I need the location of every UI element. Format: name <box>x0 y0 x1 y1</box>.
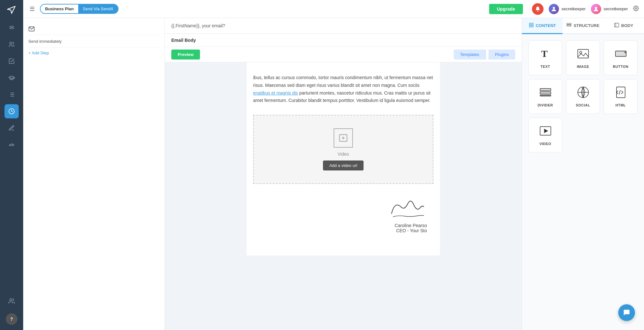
block-social[interactable]: SOCIAL <box>566 79 600 114</box>
send-via-button[interactable]: Send Via SendX <box>78 5 118 13</box>
content-tab-icon <box>529 23 534 29</box>
send-immediately-label: Send immediately <box>28 39 62 44</box>
svg-rect-37 <box>616 87 625 97</box>
divider-block-icon <box>539 86 552 100</box>
notification-icon[interactable] <box>532 3 544 15</box>
signature-script <box>388 194 427 223</box>
svg-rect-19 <box>529 25 531 27</box>
subject-bar <box>165 18 522 34</box>
email-canvas: ibus, tellus ac cursus commodo, tortor m… <box>165 62 522 330</box>
header-right: secretkeeper secretkeeper <box>532 3 639 15</box>
tab-body-label: BODY <box>621 23 633 28</box>
svg-rect-23 <box>614 23 619 27</box>
settings-icon[interactable] <box>633 5 639 13</box>
sidebar-item-campaigns[interactable] <box>5 71 19 85</box>
svg-point-27 <box>580 51 582 54</box>
video-block[interactable]: Video Add a video url <box>253 115 433 184</box>
block-text[interactable]: T TEXT <box>528 41 562 75</box>
tab-content[interactable]: CONTENT <box>522 18 563 34</box>
tab-body[interactable]: BODY <box>603 18 644 34</box>
sidebar: ✉ a/b ? <box>0 0 23 330</box>
left-panel: Send immediately + Add Step <box>23 18 165 330</box>
preview-button[interactable]: Preview <box>171 50 200 60</box>
user-item-2[interactable]: secretkeeper <box>591 4 628 14</box>
block-divider[interactable]: DIVIDER <box>528 79 562 114</box>
button-block-label: BUTTON <box>613 65 629 69</box>
right-panel: CONTENT STRUCTURE BODY <box>522 18 644 330</box>
plugins-button[interactable]: Plugins <box>488 50 515 60</box>
social-block-icon <box>577 86 590 100</box>
video-icon <box>334 128 353 148</box>
block-video[interactable]: VIDEO <box>528 118 562 152</box>
text-block-icon: T <box>539 47 552 61</box>
logo[interactable] <box>6 4 17 15</box>
signature-name: Caroline Pearso <box>395 223 427 228</box>
tab-structure-label: STRUCTURE <box>573 23 599 28</box>
panel-tabs: CONTENT STRUCTURE BODY <box>522 18 644 34</box>
sidebar-item-contacts[interactable] <box>5 37 19 51</box>
divider-block-label: DIVIDER <box>537 103 553 107</box>
sidebar-item-team[interactable] <box>5 294 19 308</box>
svg-rect-17 <box>529 23 531 25</box>
svg-rect-20 <box>532 25 533 27</box>
social-block-label: SOCIAL <box>576 103 590 107</box>
svg-rect-26 <box>578 50 588 58</box>
user-item-1[interactable]: secretkeeper <box>549 4 586 14</box>
add-step-button[interactable]: + Add Step <box>28 48 49 58</box>
sidebar-item-ab-testing[interactable]: a/b <box>5 138 19 152</box>
top-header: ☰ Business Plan Send Via SendX Upgrade s… <box>23 0 644 18</box>
sidebar-item-dashboard[interactable]: ✉ <box>5 21 19 35</box>
svg-marker-16 <box>343 137 345 140</box>
svg-line-38 <box>619 90 620 94</box>
svg-rect-32 <box>540 92 551 94</box>
sidebar-item-design[interactable] <box>5 121 19 135</box>
block-button[interactable]: BUTTON <box>604 41 638 75</box>
svg-rect-22 <box>567 25 571 26</box>
signature-svg <box>388 194 427 220</box>
svg-point-7 <box>10 299 12 301</box>
subject-input[interactable] <box>165 18 522 33</box>
block-html[interactable]: HTML <box>604 79 638 114</box>
email-text-content: ibus, tellus ac cursus commodo, tortor m… <box>253 69 433 110</box>
signature-area: Caroline Pearso CEO - Your Sto <box>253 189 433 238</box>
svg-rect-33 <box>540 95 551 96</box>
upgrade-button[interactable]: Upgrade <box>489 4 523 14</box>
avatar-1 <box>549 4 559 14</box>
sidebar-item-automation[interactable] <box>5 104 19 118</box>
blocks-grid: T TEXT IMAGE <box>522 34 644 159</box>
email-icon <box>28 26 35 32</box>
tab-structure[interactable]: STRUCTURE <box>563 18 603 34</box>
plan-badge: Business Plan <box>41 5 78 13</box>
video-block-icon <box>539 124 552 139</box>
html-block-label: HTML <box>615 103 626 107</box>
avatar-2 <box>591 4 601 14</box>
image-block-icon <box>577 47 590 61</box>
kebab-icon[interactable] <box>154 26 159 32</box>
svg-point-8 <box>553 7 555 9</box>
svg-point-0 <box>10 42 12 44</box>
sidebar-item-tasks[interactable] <box>5 54 19 68</box>
image-block-label: IMAGE <box>577 65 589 69</box>
body-tab-icon <box>614 23 619 29</box>
help-button[interactable]: ? <box>6 313 17 325</box>
username-2: secretkeeper <box>604 6 628 11</box>
svg-text:T: T <box>541 48 547 59</box>
svg-marker-40 <box>544 129 548 133</box>
text-block-label: TEXT <box>540 65 550 69</box>
content-area: Send immediately + Add Step Email Body P… <box>23 18 644 330</box>
tab-content-label: CONTENT <box>536 23 556 28</box>
hamburger-button[interactable]: ☰ <box>28 4 36 14</box>
button-block-icon <box>614 47 627 61</box>
workflow-panel: Send immediately + Add Step <box>23 18 165 63</box>
canvas-inner: ibus, tellus ac cursus commodo, tortor m… <box>247 62 440 255</box>
templates-button[interactable]: Templates <box>454 50 486 60</box>
body-link[interactable]: enatibus et magnis dis <box>253 90 298 96</box>
svg-rect-31 <box>540 88 551 91</box>
email-editor: Email Body Preview Templates Plugins ibu… <box>165 18 522 330</box>
sidebar-item-lists[interactable] <box>5 87 19 102</box>
video-label: Video <box>337 151 349 157</box>
chat-bubble[interactable] <box>618 304 635 321</box>
add-video-url-button[interactable]: Add a video url <box>323 160 364 170</box>
svg-rect-18 <box>532 23 533 25</box>
block-image[interactable]: IMAGE <box>566 41 600 75</box>
